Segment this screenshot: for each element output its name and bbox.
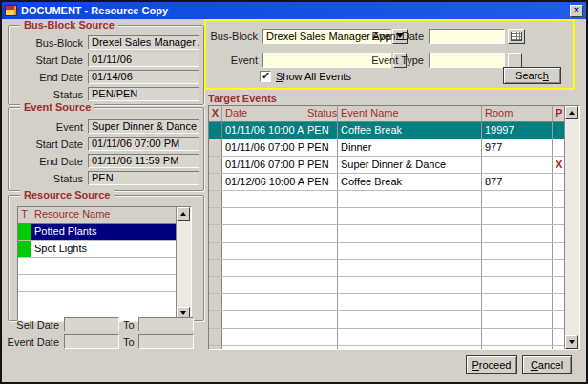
event-date-from-field xyxy=(64,334,119,349)
date-cell: 01/12/06 10:00 AM xyxy=(222,174,304,190)
target-event-row[interactable]: 01/11/06 07:00 PM PEN Dinner 977 xyxy=(209,139,565,157)
field-label: Sell Date xyxy=(6,319,64,331)
event-name-cell: Coffee Break xyxy=(338,174,482,190)
target-event-row[interactable]: 01/11/06 07:00 PM PEN Super Dinner & Dan… xyxy=(209,157,565,174)
resource-name-cell: Potted Plants xyxy=(32,224,177,240)
field-label: Event xyxy=(208,54,262,66)
calendar-button[interactable] xyxy=(508,29,525,44)
bus-block-source-group: Bus-Block Source Bus-Block Drexel Sales … xyxy=(8,25,204,105)
proceed-button[interactable]: Proceed xyxy=(466,355,517,374)
row-selector-cell[interactable] xyxy=(209,122,222,139)
empty-row xyxy=(209,260,565,277)
target-event-row[interactable]: 01/11/06 10:00 AM PEN Coffee Break 19997 xyxy=(209,122,565,139)
resource-row[interactable]: Potted Plants xyxy=(18,224,177,241)
scroll-up-button[interactable] xyxy=(177,207,190,221)
empty-row xyxy=(209,346,565,349)
room-cell xyxy=(482,157,553,173)
group-title: Bus-Block Source xyxy=(20,19,118,31)
date-cell: 01/11/06 07:00 PM xyxy=(222,139,304,156)
arrow-down-icon xyxy=(569,340,575,344)
to-label: To xyxy=(119,336,138,348)
target-event-row[interactable]: 01/12/06 10:00 AM PEN Coffee Break 877 xyxy=(209,174,565,191)
empty-row xyxy=(18,275,177,292)
calendar-icon xyxy=(511,32,522,41)
title-bar[interactable]: DOCUMENT - Resource Copy × xyxy=(2,2,586,19)
field-label: End Date xyxy=(10,156,88,167)
column-header-t: T xyxy=(18,207,32,223)
event-date-row: Event Date To xyxy=(6,334,194,349)
to-label: To xyxy=(119,319,138,331)
field-label: Status xyxy=(10,89,88,100)
event-date-to-field xyxy=(138,334,194,349)
column-header-status: Status xyxy=(304,106,338,121)
empty-row xyxy=(209,243,565,260)
scroll-down-button[interactable] xyxy=(565,335,578,349)
event-source-group: Event Source Event Super Dinner & Dance … xyxy=(8,107,204,191)
resource-row[interactable]: Spot Lights xyxy=(18,241,177,258)
room-cell: 977 xyxy=(482,139,553,156)
field-label: Start Date xyxy=(10,54,88,66)
field-label: Event Type xyxy=(370,54,429,66)
status-cell: PEN xyxy=(304,139,338,156)
show-all-checkbox[interactable] xyxy=(260,71,271,82)
field-label: Status xyxy=(10,173,88,184)
target-scrollbar[interactable] xyxy=(564,106,579,349)
event-date-input[interactable] xyxy=(429,29,505,44)
empty-row xyxy=(209,208,565,225)
target-events-table: X Date Status Event Name Room P 01/11/06… xyxy=(208,105,580,350)
row-selector-cell[interactable] xyxy=(209,174,222,190)
event-name-cell: Coffee Break xyxy=(338,122,482,139)
room-cell: 877 xyxy=(482,174,553,190)
empty-row xyxy=(209,329,565,346)
status-cell: PEN xyxy=(304,157,338,173)
event-source-field: Super Dinner & Dance xyxy=(88,119,200,134)
empty-row xyxy=(18,258,177,275)
field-label: Event Date xyxy=(6,336,64,348)
column-header-x: X xyxy=(209,106,222,121)
arrow-down-icon xyxy=(180,311,186,315)
close-button[interactable]: × xyxy=(570,5,583,17)
field-label: Event Date xyxy=(370,31,429,42)
target-events-title: Target Events xyxy=(208,93,277,104)
column-header-date: Date xyxy=(222,106,304,121)
resource-name-cell: Spot Lights xyxy=(32,241,177,257)
empty-row xyxy=(209,225,565,243)
group-title: Resource Source xyxy=(20,189,114,201)
row-selector-cell[interactable] xyxy=(209,139,222,156)
status-cell: PEN xyxy=(304,122,338,139)
group-title: Event Source xyxy=(20,101,94,113)
target-table-header: X Date Status Event Name Room P xyxy=(209,106,565,122)
search-panel: Bus-Block Drexel Sales Manager Appreciat… xyxy=(204,19,575,90)
bus-block-source-field: Drexel Sales Manager Appr xyxy=(88,35,200,50)
row-selector-cell[interactable] xyxy=(209,157,222,173)
event-name-cell: Dinner xyxy=(338,139,482,156)
column-header-resource-name: Resource Name xyxy=(32,207,177,223)
empty-row xyxy=(209,294,565,311)
event-type-input[interactable] xyxy=(429,53,505,68)
sell-date-row: Sell Date To xyxy=(6,317,194,331)
search-button[interactable]: Search xyxy=(503,67,561,84)
field-label: Bus-Block xyxy=(10,37,88,49)
cancel-button[interactable]: Cancel xyxy=(522,355,572,374)
application-icon xyxy=(5,5,17,16)
date-cell: 01/11/06 07:00 PM xyxy=(222,157,304,173)
resource-scrollbar[interactable] xyxy=(176,207,191,320)
resource-type-indicator xyxy=(18,241,32,257)
end-date-field: 01/11/06 11:59 PM xyxy=(88,154,200,168)
empty-row xyxy=(209,191,565,208)
start-date-field: 01/11/06 07:00 PM xyxy=(88,137,200,151)
resource-source-group: Resource Source T Resource Name Potted P… xyxy=(8,195,204,321)
sell-date-from-field xyxy=(64,317,119,331)
date-cell: 01/11/06 10:00 AM xyxy=(222,122,304,139)
event-name-cell: Super Dinner & Dance xyxy=(338,157,482,173)
column-header-event-name: Event Name xyxy=(338,106,482,121)
empty-row xyxy=(209,311,565,329)
arrow-up-icon xyxy=(569,111,575,115)
empty-row xyxy=(18,292,177,309)
column-header-room: Room xyxy=(482,106,553,121)
dialog-window: DOCUMENT - Resource Copy × Bus-Block Sou… xyxy=(0,0,588,384)
event-type-lov-button[interactable] xyxy=(508,53,522,68)
field-label: End Date xyxy=(10,72,88,83)
scroll-up-button[interactable] xyxy=(565,106,578,119)
room-cell: 19997 xyxy=(482,122,553,139)
